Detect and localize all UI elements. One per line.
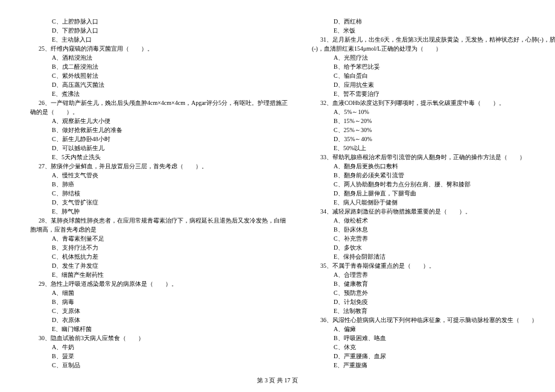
option-line: C、预防意外 [312, 288, 555, 297]
option-line: D、高压蒸汽灭菌法 [30, 80, 288, 89]
option-line: A、酒精浸泡法 [30, 53, 288, 62]
option-line: C、支原体 [30, 306, 288, 315]
option-line: B、15%～20% [312, 116, 555, 125]
option-line: A、做松桩术 [312, 216, 555, 225]
right-column: D、西红柿E、米饭31、足月新生儿，出生6天，生后第3天出现皮肤黄染，无发热，精… [312, 17, 555, 370]
question-line: 31、足月新生儿，出生6天，生后第3天出现皮肤黄染，无发热，精神状态好，心肺(-… [312, 35, 555, 44]
option-line: D、翻身后上腿伸直，下腿弯曲 [312, 189, 555, 198]
option-line: C、豆制品 [30, 361, 288, 370]
option-line: C、紫外线照射法 [30, 71, 288, 80]
question-line: 30、隐血试验前3天病人应禁食（ ） [30, 334, 288, 343]
question-line: (-)，血清胆红素154μmol/L正确的处理为（ ） [312, 44, 555, 53]
option-line: A、牛奶 [30, 343, 288, 352]
option-line: C、补充营养 [312, 234, 555, 243]
option-line: B、卧床休息 [312, 225, 555, 234]
option-line: E、病人只能侧卧于健侧 [312, 198, 555, 207]
option-line: B、戊二醛浸泡法 [30, 62, 288, 71]
question-line: 32、血液COHb浓度达到下列哪项时，提示氧化碳重度中毒（ ）。 [312, 98, 555, 107]
question-line: 25、纤维内窥镜的消毒灭菌宜用（ ）。 [30, 44, 288, 53]
question-line: 29、急性上呼吸道感染最常见的病原体是（ ）。 [30, 279, 288, 288]
option-line: B、呼吸困难、咯血 [312, 334, 555, 343]
option-line: C、休克 [312, 343, 555, 352]
option-line: C、输白蛋白 [312, 71, 555, 80]
option-line: D、多饮水 [312, 243, 555, 252]
option-line: B、健康教育 [312, 279, 555, 288]
option-line: E、米饭 [312, 26, 555, 35]
option-line: C、肺结核 [30, 189, 288, 198]
option-line: E、幽门螺杆菌 [30, 324, 288, 334]
option-line: E、肺气肿 [30, 207, 288, 216]
option-line: B、病毒 [30, 297, 288, 306]
question-line: 28、某肺炎球菌性肺炎患者，在应用常规青霉素治疗下，病程延长且退热后又发冷发热，… [30, 216, 288, 225]
question-line: 确的是（ ）。 [30, 107, 288, 116]
option-line: B、支持疗法不力 [30, 243, 288, 252]
option-line: D、可以撼动新生儿 [30, 144, 288, 153]
option-line: A、翻身后更换伤口敷料 [312, 162, 555, 171]
option-line: B、翻身前必须夹紧引流管 [312, 171, 555, 180]
option-line: B、菠菜 [30, 352, 288, 361]
option-line: C、上腔静脉入口 [30, 17, 288, 26]
question-line: 胞增高，应首先考虑的是 [30, 225, 288, 234]
option-line: B、做好抢救新生儿的准备 [30, 125, 288, 134]
question-line: 26、一产钳助产新生儿，娩出后头颅血肿4cm×4cm×4cm，Apgar评分5分… [30, 98, 288, 107]
page-footer: 第 3 页 共 17 页 [0, 376, 555, 385]
option-line: E、保持会阴部清洁 [312, 252, 555, 261]
option-line: D、应用抗生素 [312, 80, 555, 89]
option-line: E、严重腹痛 [312, 361, 555, 370]
option-line: E、50%以上 [312, 144, 555, 153]
option-line: A、观察新生儿大小便 [30, 116, 288, 125]
option-line: C、机体抵抗力差 [30, 252, 288, 261]
question-line: 34、减轻尿路刺激征的非药物措施最重要的是（ ）。 [312, 207, 555, 216]
option-line: D、支气管扩张症 [30, 198, 288, 207]
option-line: C、新生儿静卧48小时 [30, 134, 288, 144]
option-line: C、两人协助翻身时着力点分别在肩、腰、臀和膝部 [312, 180, 555, 189]
page-content: C、上腔静脉入口D、下腔静脉入口E、主动脉入口25、纤维内窥镜的消毒灭菌宜用（ … [30, 17, 525, 370]
option-line: E、5天内禁止洗头 [30, 153, 288, 162]
left-column: C、上腔静脉入口D、下腔静脉入口E、主动脉入口25、纤维内窥镜的消毒灭菌宜用（ … [30, 17, 288, 370]
question-line: 36、风湿性心脏病病人出现下列何种临床征象，可提示脑动脉栓塞的发生（ ） [312, 315, 555, 324]
option-line: A、细菌 [30, 288, 288, 297]
option-line: A、偏瘫 [312, 324, 555, 334]
option-line: E、煮沸法 [30, 89, 288, 98]
option-line: E、暂不需要治疗 [312, 89, 555, 98]
option-line: A、光照疗法 [312, 53, 555, 62]
question-line: 33、帮助乳腺癌根治术后带引流管的病人翻身时，正确的操作方法是（ ） [312, 153, 555, 162]
option-line: E、细菌产生耐药性 [30, 270, 288, 279]
option-line: A、慢性支气管炎 [30, 171, 288, 180]
option-line: D、西红柿 [312, 17, 555, 26]
option-line: D、严重腰痛、血尿 [312, 352, 555, 361]
question-line: 27、脓痰伴少量鲜血，并且放置后分三层，首先考虑（ ）。 [30, 162, 288, 171]
question-line: 35、不属于青春期保健重点的是（ ）。 [312, 261, 555, 270]
option-line: D、下腔静脉入口 [30, 26, 288, 35]
option-line: D、35%～40% [312, 134, 555, 144]
option-line: A、青霉素剂量不足 [30, 234, 288, 243]
option-line: B、给予苯巴比妥 [312, 62, 555, 71]
option-line: D、计划免疫 [312, 297, 555, 306]
option-line: A、5%～10% [312, 107, 555, 116]
option-line: B、肺癌 [30, 180, 288, 189]
option-line: D、发生了并发症 [30, 261, 288, 270]
option-line: E、法制教育 [312, 306, 555, 315]
option-line: E、主动脉入口 [30, 35, 288, 44]
option-line: D、衣原体 [30, 315, 288, 324]
option-line: A、合理营养 [312, 270, 555, 279]
option-line: C、25%～30% [312, 125, 555, 134]
